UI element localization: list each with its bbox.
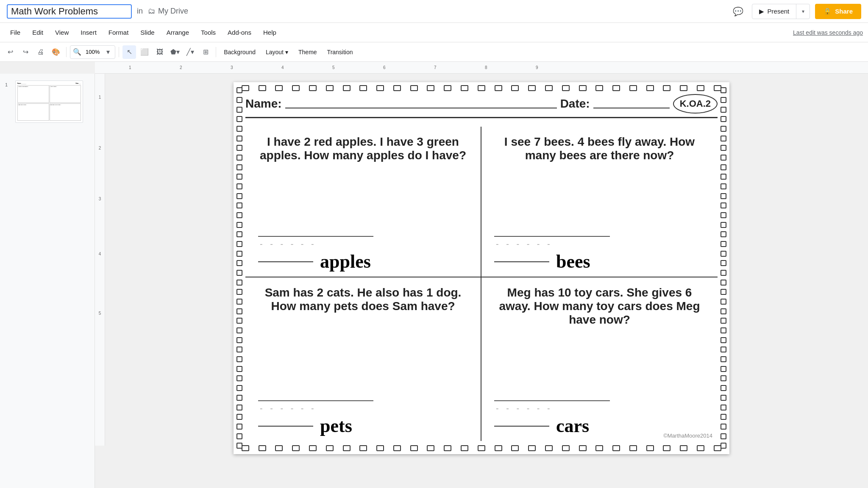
border-sq-l [236, 405, 242, 410]
slide-content: Name: Date: K.OA.2 I have 2 red apples. … [245, 94, 718, 442]
border-sq-l [236, 174, 242, 180]
menu-format[interactable]: Format [103, 27, 134, 38]
border-sq [680, 85, 687, 91]
undo-button[interactable]: ↩ [3, 45, 17, 59]
shapes-button[interactable]: ⬟▾ [168, 45, 182, 59]
border-sq-r [721, 385, 726, 391]
menu-bar: File Edit View Insert Format Slide Arran… [0, 23, 868, 42]
border-sq-r [721, 280, 726, 286]
border-sq [359, 85, 367, 91]
border-sq-r [721, 145, 726, 151]
border-sq-l [236, 87, 242, 93]
new-slide-button[interactable]: ⊞ [199, 45, 212, 59]
vertical-ruler: 1 2 3 4 5 [95, 74, 105, 446]
border-sq-r [721, 107, 726, 113]
border-sq-r [721, 318, 726, 324]
border-sq [579, 85, 587, 91]
date-label: Date: [560, 97, 590, 111]
title-bar: in 🗂 My Drive 💬 ▶ Present ▾ 🔒 Share [0, 0, 868, 23]
background-button[interactable]: Background [220, 45, 260, 59]
slide-thumbnail-1[interactable]: 1 Name:_______ Date:___ I have 2 red app… [3, 79, 91, 125]
present-main-button[interactable]: ▶ Present [752, 4, 796, 19]
date-line [593, 108, 670, 108]
print-button[interactable]: 🖨 [34, 45, 47, 59]
comments-icon-btn[interactable]: 💬 [730, 3, 747, 20]
menu-view[interactable]: View [50, 27, 74, 38]
border-sq [393, 85, 401, 91]
border-sq-r [721, 126, 726, 132]
ruler: 1 2 3 4 5 6 7 8 9 [95, 62, 868, 74]
border-sq [427, 85, 434, 91]
present-label: Present [768, 8, 790, 15]
border-sq-b [528, 445, 536, 451]
doc-title-input[interactable] [7, 4, 132, 19]
redo-button[interactable]: ↪ [19, 45, 32, 59]
zoom-out-button[interactable]: 🔍 [70, 45, 84, 59]
present-dropdown-button[interactable]: ▾ [796, 4, 810, 19]
border-sq-l [236, 375, 242, 381]
problem-text-3: Sam has 2 cats. He also has 1 dog. How m… [258, 286, 468, 396]
border-sq-r [721, 260, 726, 266]
border-sq-l [236, 308, 242, 314]
menu-help[interactable]: Help [258, 27, 281, 38]
border-sq [545, 85, 553, 91]
border-sq-r [721, 327, 726, 333]
share-button[interactable]: 🔒 Share [815, 4, 861, 19]
slide-panel: 1 Name:_______ Date:___ I have 2 red app… [0, 74, 95, 488]
menu-insert[interactable]: Insert [75, 27, 102, 38]
menu-slide[interactable]: Slide [135, 27, 159, 38]
border-sq-r [721, 424, 726, 430]
border-sq-b [612, 445, 620, 451]
slideshow-icon: ▶ [759, 8, 764, 15]
border-sq-b [680, 445, 687, 451]
border-sq-b [646, 445, 654, 451]
border-sq-r [721, 136, 726, 141]
border-sq [495, 85, 502, 91]
slide-canvas[interactable]: Name: Date: K.OA.2 I have 2 red apples. … [234, 82, 729, 454]
zoom-control[interactable]: 🔍 100% ▾ [70, 45, 115, 59]
border-sq-l [236, 327, 242, 333]
zoom-dropdown-button[interactable]: ▾ [101, 45, 115, 59]
border-sq-b [275, 445, 283, 451]
name-line [285, 108, 557, 108]
lines-button[interactable]: ╱▾ [184, 45, 197, 59]
border-sq-r [721, 87, 726, 93]
menu-edit[interactable]: Edit [27, 27, 48, 38]
separator-3 [216, 47, 216, 57]
border-sq-l [236, 155, 242, 161]
border-sq [461, 85, 468, 91]
border-sq-r [721, 222, 726, 228]
border-sq-b [595, 445, 603, 451]
border-sq-r [721, 212, 726, 218]
text-box-button[interactable]: ⬜ [138, 45, 151, 59]
select-tool-button[interactable]: ↖ [122, 45, 136, 59]
border-sq-r [721, 337, 726, 343]
menu-tools[interactable]: Tools [196, 27, 221, 38]
theme-button[interactable]: Theme [294, 45, 321, 59]
image-button[interactable]: 🖼 [153, 45, 167, 59]
border-sq [275, 85, 283, 91]
title-right-controls: 💬 ▶ Present ▾ 🔒 Share [730, 3, 861, 20]
border-sq-l [236, 280, 242, 286]
v-ruler-2: 2 [99, 146, 101, 150]
layout-button[interactable]: Layout ▾ [262, 45, 292, 59]
problem-cell-2: I see 7 bees. 4 bees fly away. How many … [481, 127, 718, 277]
answer-unit-3: pets [320, 415, 352, 437]
layout-dropdown-icon: ▾ [285, 49, 288, 55]
answer-unit-1: apples [320, 251, 371, 272]
menu-arrange[interactable]: Arrange [161, 27, 194, 38]
transition-button[interactable]: Transition [323, 45, 357, 59]
share-label: Share [835, 8, 853, 15]
border-sq-r [721, 299, 726, 305]
paint-format-button[interactable]: 🎨 [49, 45, 63, 59]
menu-file[interactable]: File [5, 27, 25, 38]
border-sq-l [236, 212, 242, 218]
border-sq [309, 85, 317, 91]
main-area: 1 Name:_______ Date:___ I have 2 red app… [0, 74, 868, 488]
menu-addons[interactable]: Add-ons [223, 27, 256, 38]
canvas-area[interactable]: 1 2 3 4 5 [95, 74, 868, 488]
border-sq-r [721, 270, 726, 276]
drive-location[interactable]: 🗂 My Drive [148, 7, 188, 16]
ruler-tick-3: 3 [231, 65, 233, 70]
answer-unit-2: bees [556, 251, 590, 272]
